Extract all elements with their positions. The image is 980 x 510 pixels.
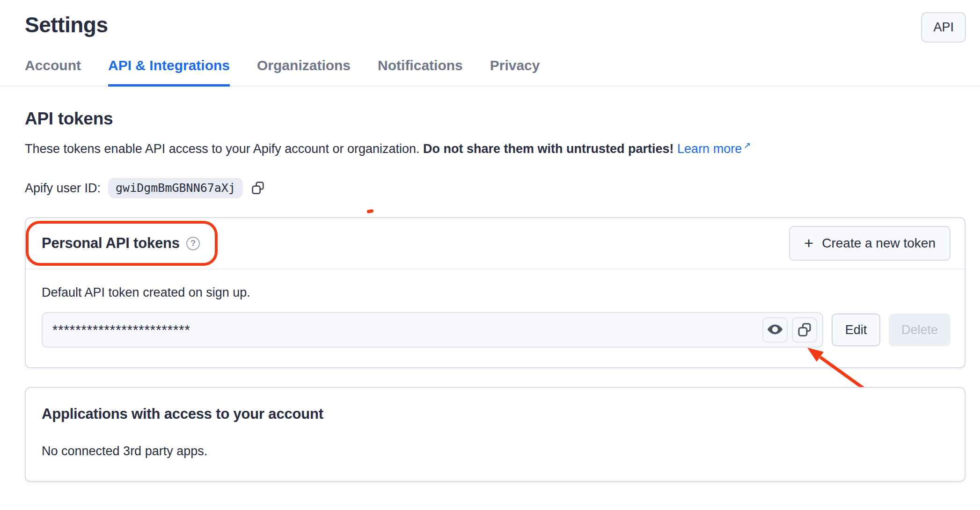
- create-token-button[interactable]: + Create a new token: [789, 226, 951, 261]
- token-field-actions: [762, 317, 817, 342]
- copy-token-button[interactable]: [792, 317, 817, 342]
- create-token-label: Create a new token: [822, 236, 936, 251]
- eye-icon: [767, 321, 783, 339]
- annotation-dash: [366, 209, 373, 213]
- api-tokens-description: These tokens enable API access to your A…: [25, 140, 980, 157]
- delete-token-button[interactable]: Delete: [889, 313, 951, 346]
- page-title: Settings: [25, 12, 108, 37]
- tab-organizations[interactable]: Organizations: [257, 58, 351, 87]
- external-link-icon: ↗: [743, 140, 751, 150]
- copy-icon: [797, 321, 812, 339]
- settings-tabs: Account API & Integrations Organizations…: [0, 58, 980, 87]
- settings-page: Settings API Account API & Integrations …: [0, 0, 980, 510]
- applications-card: Applications with access to your account…: [25, 387, 965, 482]
- applications-body: Applications with access to your account…: [26, 388, 965, 481]
- description-text: These tokens enable API access to your A…: [25, 142, 423, 156]
- api-badge-button[interactable]: API: [921, 12, 966, 43]
- plus-icon: +: [804, 235, 813, 251]
- tab-api-integrations[interactable]: API & Integrations: [108, 58, 230, 87]
- page-header: Settings API: [0, 0, 980, 43]
- personal-tokens-card: Personal API tokens ? + Create a new tok…: [25, 217, 965, 368]
- user-id-label: Apify user ID:: [25, 181, 101, 196]
- show-token-button[interactable]: [762, 317, 788, 342]
- applications-empty-text: No connected 3rd party apps.: [42, 444, 951, 459]
- learn-more-link[interactable]: Learn more: [677, 142, 742, 156]
- personal-tokens-title-group: Personal API tokens ?: [42, 235, 200, 252]
- masked-token-input[interactable]: [52, 322, 762, 338]
- tab-account[interactable]: Account: [25, 58, 81, 87]
- copy-user-id-button[interactable]: [250, 180, 265, 197]
- personal-tokens-title: Personal API tokens: [42, 235, 180, 252]
- token-note: Default API token created on sign up.: [42, 285, 951, 300]
- user-id-row: Apify user ID: gwiDgmBmGBNN67aXj: [25, 178, 980, 198]
- copy-icon: [250, 180, 265, 197]
- token-row: Edit Delete: [42, 312, 951, 348]
- tab-privacy[interactable]: Privacy: [490, 58, 540, 87]
- api-tokens-heading: API tokens: [25, 109, 980, 129]
- description-warning: Do not share them with untrusted parties…: [423, 142, 674, 156]
- help-icon[interactable]: ?: [186, 237, 200, 250]
- token-field: [42, 312, 823, 348]
- edit-token-button[interactable]: Edit: [832, 313, 880, 346]
- user-id-value: gwiDgmBmGBNN67aXj: [108, 178, 243, 198]
- personal-tokens-body: Default API token created on sign up.: [26, 270, 965, 367]
- personal-tokens-header: Personal API tokens ? + Create a new tok…: [26, 218, 965, 270]
- tab-notifications[interactable]: Notifications: [378, 58, 463, 87]
- applications-title: Applications with access to your account: [42, 406, 951, 423]
